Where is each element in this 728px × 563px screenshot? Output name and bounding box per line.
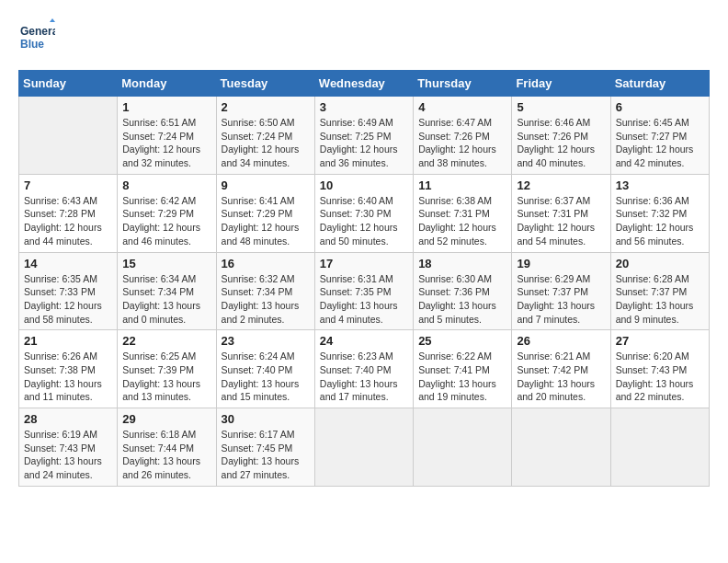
day-info: Sunrise: 6:17 AM Sunset: 7:45 PM Dayligh…	[222, 428, 310, 482]
day-number: 5	[517, 100, 605, 114]
day-number: 29	[122, 412, 210, 426]
calendar-week-5: 28Sunrise: 6:19 AM Sunset: 7:43 PM Dayli…	[19, 408, 710, 487]
calendar-cell: 25Sunrise: 6:22 AM Sunset: 7:41 PM Dayli…	[414, 330, 512, 408]
calendar-cell: 2Sunrise: 6:50 AM Sunset: 7:24 PM Daylig…	[216, 97, 314, 175]
day-number: 23	[222, 334, 310, 348]
day-info: Sunrise: 6:18 AM Sunset: 7:44 PM Dayligh…	[122, 428, 210, 482]
calendar-cell: 5Sunrise: 6:46 AM Sunset: 7:26 PM Daylig…	[512, 97, 610, 175]
calendar-cell	[512, 408, 610, 487]
calendar-week-4: 21Sunrise: 6:26 AM Sunset: 7:38 PM Dayli…	[19, 330, 710, 408]
day-number: 26	[517, 334, 605, 348]
day-number: 27	[616, 334, 704, 348]
calendar-cell: 15Sunrise: 6:34 AM Sunset: 7:34 PM Dayli…	[118, 252, 216, 330]
calendar-cell: 14Sunrise: 6:35 AM Sunset: 7:33 PM Dayli…	[19, 252, 118, 330]
day-number: 13	[616, 178, 704, 192]
day-number: 3	[320, 100, 408, 114]
calendar-cell: 3Sunrise: 6:49 AM Sunset: 7:25 PM Daylig…	[314, 97, 413, 175]
calendar-cell: 8Sunrise: 6:42 AM Sunset: 7:29 PM Daylig…	[118, 174, 216, 252]
page-container: General Blue SundayMondayTuesdayWednesda…	[18, 18, 710, 487]
calendar-cell	[610, 408, 709, 487]
day-info: Sunrise: 6:50 AM Sunset: 7:24 PM Dayligh…	[222, 116, 310, 170]
day-number: 17	[320, 257, 408, 270]
day-number: 7	[24, 178, 112, 192]
day-info: Sunrise: 6:19 AM Sunset: 7:43 PM Dayligh…	[24, 428, 112, 482]
day-info: Sunrise: 6:40 AM Sunset: 7:30 PM Dayligh…	[320, 194, 408, 248]
calendar-cell: 10Sunrise: 6:40 AM Sunset: 7:30 PM Dayli…	[314, 174, 413, 252]
calendar-cell: 21Sunrise: 6:26 AM Sunset: 7:38 PM Dayli…	[19, 330, 118, 408]
calendar-cell: 26Sunrise: 6:21 AM Sunset: 7:42 PM Dayli…	[512, 330, 610, 408]
day-info: Sunrise: 6:46 AM Sunset: 7:26 PM Dayligh…	[517, 116, 605, 170]
day-number: 10	[320, 178, 408, 192]
day-number: 25	[418, 334, 506, 348]
day-number: 8	[122, 178, 210, 192]
logo-icon: General Blue	[18, 18, 55, 55]
day-info: Sunrise: 6:21 AM Sunset: 7:42 PM Dayligh…	[517, 350, 605, 404]
calendar-cell: 1Sunrise: 6:51 AM Sunset: 7:24 PM Daylig…	[118, 97, 216, 175]
day-info: Sunrise: 6:42 AM Sunset: 7:29 PM Dayligh…	[122, 194, 210, 248]
day-info: Sunrise: 6:28 AM Sunset: 7:37 PM Dayligh…	[616, 272, 704, 327]
svg-text:Blue: Blue	[20, 38, 44, 51]
logo: General Blue	[18, 18, 55, 55]
calendar-table: SundayMondayTuesdayWednesdayThursdayFrid…	[18, 70, 710, 487]
calendar-cell: 18Sunrise: 6:30 AM Sunset: 7:36 PM Dayli…	[414, 252, 512, 330]
day-info: Sunrise: 6:36 AM Sunset: 7:32 PM Dayligh…	[616, 194, 704, 248]
header: General Blue	[18, 18, 710, 55]
day-info: Sunrise: 6:41 AM Sunset: 7:29 PM Dayligh…	[222, 194, 310, 248]
calendar-cell	[314, 408, 413, 487]
day-number: 9	[222, 178, 310, 192]
calendar-header: SundayMondayTuesdayWednesdayThursdayFrid…	[19, 71, 710, 97]
weekday-header-tuesday: Tuesday	[216, 71, 314, 97]
day-number: 4	[418, 100, 506, 114]
calendar-cell: 6Sunrise: 6:45 AM Sunset: 7:27 PM Daylig…	[610, 97, 709, 175]
day-info: Sunrise: 6:51 AM Sunset: 7:24 PM Dayligh…	[122, 116, 210, 170]
svg-marker-2	[50, 18, 55, 22]
day-info: Sunrise: 6:35 AM Sunset: 7:33 PM Dayligh…	[24, 272, 112, 327]
day-info: Sunrise: 6:45 AM Sunset: 7:27 PM Dayligh…	[616, 116, 704, 170]
day-info: Sunrise: 6:32 AM Sunset: 7:34 PM Dayligh…	[222, 272, 310, 327]
day-number: 6	[616, 100, 704, 114]
day-number: 28	[24, 412, 112, 426]
day-info: Sunrise: 6:47 AM Sunset: 7:26 PM Dayligh…	[418, 116, 506, 170]
calendar-cell	[19, 97, 118, 175]
day-number: 18	[418, 257, 506, 270]
calendar-cell: 24Sunrise: 6:23 AM Sunset: 7:40 PM Dayli…	[314, 330, 413, 408]
day-number: 15	[122, 257, 210, 270]
day-info: Sunrise: 6:43 AM Sunset: 7:28 PM Dayligh…	[24, 194, 112, 248]
day-info: Sunrise: 6:31 AM Sunset: 7:35 PM Dayligh…	[320, 272, 408, 327]
day-info: Sunrise: 6:25 AM Sunset: 7:39 PM Dayligh…	[122, 350, 210, 404]
weekday-header-sunday: Sunday	[19, 71, 118, 97]
day-number: 30	[222, 412, 310, 426]
calendar-cell: 12Sunrise: 6:37 AM Sunset: 7:31 PM Dayli…	[512, 174, 610, 252]
calendar-cell: 17Sunrise: 6:31 AM Sunset: 7:35 PM Dayli…	[314, 252, 413, 330]
day-info: Sunrise: 6:20 AM Sunset: 7:43 PM Dayligh…	[616, 350, 704, 404]
calendar-cell: 19Sunrise: 6:29 AM Sunset: 7:37 PM Dayli…	[512, 252, 610, 330]
day-number: 24	[320, 334, 408, 348]
calendar-cell: 4Sunrise: 6:47 AM Sunset: 7:26 PM Daylig…	[414, 97, 512, 175]
day-info: Sunrise: 6:24 AM Sunset: 7:40 PM Dayligh…	[222, 350, 310, 404]
calendar-week-3: 14Sunrise: 6:35 AM Sunset: 7:33 PM Dayli…	[19, 252, 710, 330]
day-info: Sunrise: 6:22 AM Sunset: 7:41 PM Dayligh…	[418, 350, 506, 404]
calendar-cell: 28Sunrise: 6:19 AM Sunset: 7:43 PM Dayli…	[19, 408, 118, 487]
weekday-header-monday: Monday	[118, 71, 216, 97]
calendar-cell: 29Sunrise: 6:18 AM Sunset: 7:44 PM Dayli…	[118, 408, 216, 487]
day-number: 22	[122, 334, 210, 348]
day-number: 19	[517, 257, 605, 270]
day-number: 11	[418, 178, 506, 192]
day-number: 21	[24, 334, 112, 348]
day-info: Sunrise: 6:49 AM Sunset: 7:25 PM Dayligh…	[320, 116, 408, 170]
day-number: 16	[222, 257, 310, 270]
weekday-header-wednesday: Wednesday	[314, 71, 413, 97]
day-info: Sunrise: 6:30 AM Sunset: 7:36 PM Dayligh…	[418, 272, 506, 327]
day-number: 20	[616, 257, 704, 270]
calendar-week-2: 7Sunrise: 6:43 AM Sunset: 7:28 PM Daylig…	[19, 174, 710, 252]
svg-text:General: General	[20, 25, 55, 38]
day-info: Sunrise: 6:34 AM Sunset: 7:34 PM Dayligh…	[122, 272, 210, 327]
calendar-cell: 11Sunrise: 6:38 AM Sunset: 7:31 PM Dayli…	[414, 174, 512, 252]
calendar-cell: 13Sunrise: 6:36 AM Sunset: 7:32 PM Dayli…	[610, 174, 709, 252]
calendar-body: 1Sunrise: 6:51 AM Sunset: 7:24 PM Daylig…	[19, 97, 710, 487]
day-info: Sunrise: 6:38 AM Sunset: 7:31 PM Dayligh…	[418, 194, 506, 248]
day-info: Sunrise: 6:29 AM Sunset: 7:37 PM Dayligh…	[517, 272, 605, 327]
calendar-cell: 9Sunrise: 6:41 AM Sunset: 7:29 PM Daylig…	[216, 174, 314, 252]
calendar-cell: 22Sunrise: 6:25 AM Sunset: 7:39 PM Dayli…	[118, 330, 216, 408]
day-info: Sunrise: 6:23 AM Sunset: 7:40 PM Dayligh…	[320, 350, 408, 404]
